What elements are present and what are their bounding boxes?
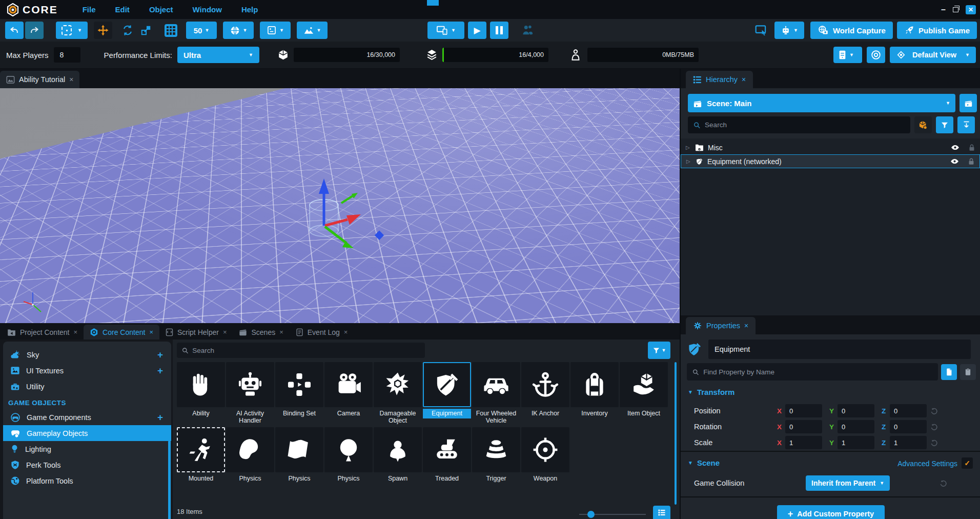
- hierarchy-search-input[interactable]: [705, 121, 905, 129]
- viewport-3d[interactable]: [0, 88, 680, 323]
- save-layout-dropdown[interactable]: ▼: [833, 47, 862, 63]
- lock-icon[interactable]: [969, 144, 975, 151]
- menu-edit[interactable]: Edit: [115, 5, 130, 14]
- scale-y-input[interactable]: 1: [838, 436, 874, 449]
- reset-icon[interactable]: [930, 407, 938, 415]
- tab-script-helper[interactable]: Script Helper ×: [159, 325, 233, 340]
- tile-item-object[interactable]: Item Object: [620, 362, 668, 424]
- slider-knob[interactable]: [587, 511, 595, 518]
- close-icon[interactable]: ×: [279, 328, 283, 336]
- add-icon[interactable]: +: [157, 365, 163, 376]
- menu-window[interactable]: Window: [193, 5, 222, 14]
- tile-ik-anchor[interactable]: IK Anchor: [521, 362, 569, 424]
- position-x-input[interactable]: 0: [785, 404, 822, 417]
- sidebar-item-gameplay-objects[interactable]: Gameplay Objects: [3, 425, 171, 441]
- collapse-all-button[interactable]: [957, 116, 975, 133]
- scale-x-input[interactable]: 1: [785, 436, 822, 449]
- rotation-y-input[interactable]: 0: [838, 420, 874, 433]
- tile-ai-activity-handler[interactable]: AI Activity Handler: [226, 362, 274, 424]
- restore-button[interactable]: [953, 7, 958, 12]
- screen-share-icon[interactable]: [754, 24, 768, 37]
- world-capture-button[interactable]: World Capture: [810, 22, 893, 39]
- tree-row-misc[interactable]: ▷ Misc: [681, 141, 980, 154]
- play-button[interactable]: ▶: [468, 22, 486, 39]
- menu-object[interactable]: Object: [149, 5, 173, 14]
- tile-physics-cloth[interactable]: Physics: [275, 427, 323, 482]
- scale-z-input[interactable]: 1: [890, 436, 927, 449]
- tile-trigger[interactable]: Trigger: [472, 427, 520, 482]
- tab-scenes[interactable]: Scenes ×: [233, 325, 289, 340]
- find-property-input[interactable]: [703, 368, 933, 376]
- copy-properties-button[interactable]: [941, 364, 957, 380]
- default-view-dropdown[interactable]: Default View ▼: [890, 47, 976, 63]
- tab-ability-tutorial[interactable]: Ability Tutorial ×: [0, 71, 79, 88]
- tree-row-equipment[interactable]: ▷ Equipment (networked): [681, 154, 980, 168]
- multiplayer-preview-icon[interactable]: [521, 24, 534, 37]
- tab-core-content[interactable]: Core Content ×: [84, 325, 159, 340]
- object-name-input[interactable]: [708, 340, 971, 359]
- advanced-settings-link[interactable]: Advanced Settings: [897, 460, 957, 468]
- tile-spawn[interactable]: Spawn: [374, 427, 422, 482]
- close-icon[interactable]: ×: [742, 75, 746, 84]
- capture-bot-dropdown[interactable]: ▼: [774, 22, 804, 39]
- scene-settings-button[interactable]: [959, 94, 977, 112]
- publish-game-button[interactable]: Publish Game: [897, 22, 977, 39]
- networked-filter-button[interactable]: [914, 116, 932, 133]
- minimize-button[interactable]: –: [941, 5, 946, 14]
- tile-four-wheeled-vehicle[interactable]: Four Wheeled Vehicle: [472, 362, 520, 424]
- grid-size-dropdown[interactable]: 50 ▼: [186, 22, 217, 39]
- tile-equipment[interactable]: Equipment: [423, 362, 471, 424]
- expand-icon[interactable]: ▷: [686, 158, 691, 164]
- tile-ability[interactable]: Ability: [177, 362, 225, 424]
- tile-weapon[interactable]: Weapon: [521, 427, 569, 482]
- find-property-search[interactable]: [687, 363, 938, 381]
- expand-icon[interactable]: ▷: [686, 145, 691, 150]
- content-search[interactable]: [177, 343, 425, 358]
- scale-tool-button[interactable]: [137, 22, 155, 39]
- select-mode-dropdown[interactable]: ▼: [56, 22, 88, 39]
- close-icon[interactable]: ×: [223, 328, 227, 336]
- world-mode-dropdown[interactable]: ▼: [223, 22, 254, 39]
- advanced-settings-checkbox[interactable]: ✓: [962, 457, 973, 469]
- tile-physics-sphere[interactable]: Physics: [324, 427, 373, 482]
- tab-properties[interactable]: Properties ×: [686, 317, 756, 334]
- add-icon[interactable]: +: [157, 349, 163, 361]
- transform-gizmo[interactable]: [281, 149, 414, 272]
- close-icon[interactable]: ×: [149, 328, 153, 336]
- tile-camera[interactable]: Camera: [324, 362, 373, 424]
- paste-properties-button[interactable]: [960, 364, 976, 380]
- close-icon[interactable]: ×: [74, 328, 78, 336]
- content-search-input[interactable]: [192, 347, 420, 354]
- sidebar-item-utility[interactable]: Utility: [3, 378, 171, 394]
- device-preview-dropdown[interactable]: ▼: [427, 22, 464, 39]
- tile-mounted[interactable]: Mounted: [177, 427, 225, 482]
- move-tool-button[interactable]: [94, 22, 112, 39]
- visibility-icon[interactable]: [950, 158, 959, 165]
- pause-button[interactable]: [490, 22, 508, 39]
- thumbnail-size-slider[interactable]: [579, 514, 646, 515]
- sidebar-item-ui-textures[interactable]: UI Textures +: [3, 363, 171, 378]
- max-players-input[interactable]: 8: [54, 47, 80, 63]
- position-y-input[interactable]: 0: [838, 404, 874, 417]
- target-button[interactable]: [867, 47, 885, 63]
- reset-icon[interactable]: [930, 438, 938, 447]
- content-scrollbar[interactable]: [675, 362, 677, 505]
- rotation-z-input[interactable]: 0: [890, 420, 927, 433]
- list-view-button[interactable]: [653, 506, 670, 519]
- close-button[interactable]: ✕: [966, 5, 976, 14]
- sidebar-item-platform-tools[interactable]: Platform Tools: [3, 473, 171, 489]
- sidebar-item-sky[interactable]: Sky +: [3, 347, 171, 363]
- rotation-x-input[interactable]: 0: [785, 420, 822, 433]
- game-collision-dropdown[interactable]: Inherit from Parent ▼: [806, 475, 890, 491]
- reset-icon[interactable]: [930, 423, 938, 431]
- sidebar-item-lighting[interactable]: Lighting: [3, 441, 171, 457]
- tab-event-log[interactable]: Event Log ×: [290, 325, 354, 340]
- hierarchy-search[interactable]: [688, 116, 910, 133]
- sidebar-item-perk-tools[interactable]: Perk Tools: [3, 457, 171, 473]
- tile-damageable-object[interactable]: Damageable Object: [374, 362, 422, 424]
- terrain-dropdown[interactable]: ▼: [297, 22, 328, 39]
- add-custom-property-button[interactable]: + Add Custom Property: [777, 505, 885, 519]
- redo-button[interactable]: [25, 22, 44, 39]
- tile-physics-blob[interactable]: Physics: [226, 427, 274, 482]
- lock-icon[interactable]: [968, 158, 974, 165]
